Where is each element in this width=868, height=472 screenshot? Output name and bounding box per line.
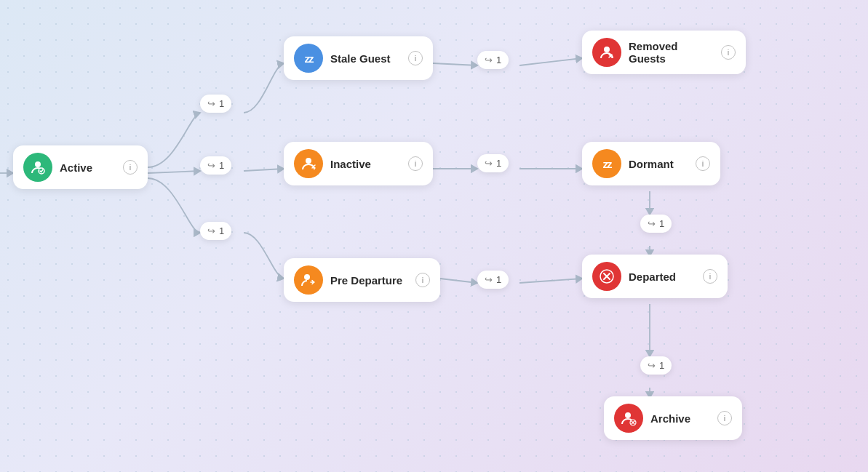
node-archive[interactable]: Archive i	[604, 396, 742, 440]
transition-icon: ↪	[207, 160, 215, 171]
removed-info[interactable]: i	[721, 45, 736, 60]
pill-dep-arch-count: 1	[659, 360, 664, 371]
transition-icon: ↪	[485, 158, 493, 169]
svg-point-3	[306, 158, 311, 164]
transition-icon: ↪	[648, 218, 656, 229]
active-label: Active	[60, 161, 116, 174]
pill-predep-count: 1	[496, 274, 501, 285]
pill-departed-archive[interactable]: ↪ 1	[640, 356, 672, 375]
pill-predep-departed[interactable]: ↪ 1	[477, 271, 509, 289]
svg-point-5	[604, 47, 610, 52]
node-dormant[interactable]: zz Dormant i	[582, 142, 720, 185]
pill-dorm-dep-count: 1	[659, 218, 664, 229]
pill-dormant-departed[interactable]: ↪ 1	[640, 215, 672, 233]
pill-top-count: 1	[219, 98, 224, 109]
dormant-info[interactable]: i	[696, 156, 710, 171]
transition-icon: ↪	[485, 55, 493, 65]
inactive-label: Inactive	[330, 158, 401, 170]
pre-dep-icon	[294, 265, 323, 295]
node-removed-guests[interactable]: Removed Guests i	[582, 31, 746, 74]
pill-active-bot[interactable]: ↪ 1	[200, 222, 231, 240]
departed-info[interactable]: i	[703, 269, 717, 284]
removed-label: Removed Guests	[629, 40, 714, 65]
pill-active-top[interactable]: ↪ 1	[200, 95, 231, 113]
svg-point-4	[304, 274, 310, 280]
transition-icon: ↪	[207, 225, 215, 236]
stale-info[interactable]: i	[408, 51, 423, 65]
active-icon	[23, 153, 52, 182]
active-info[interactable]: i	[123, 160, 138, 175]
workflow-canvas: Active i zz Stale Guest i Inactive i	[0, 0, 868, 472]
pill-mid-count: 1	[219, 160, 224, 171]
inactive-icon	[294, 149, 323, 178]
pre-dep-info[interactable]: i	[415, 273, 430, 287]
archive-icon	[614, 404, 643, 433]
pre-dep-label: Pre Departure	[330, 274, 408, 287]
pill-bot-count: 1	[219, 225, 224, 236]
transition-icon: ↪	[648, 360, 656, 371]
dormant-icon: zz	[592, 149, 621, 178]
departed-icon	[592, 262, 621, 291]
pill-active-mid[interactable]: ↪ 1	[200, 156, 231, 175]
removed-icon	[592, 38, 621, 67]
node-departed[interactable]: Departed i	[582, 255, 728, 298]
stale-icon: zz	[294, 44, 323, 73]
pill-inact-count: 1	[496, 158, 501, 169]
pill-stale-removed[interactable]: ↪ 1	[477, 51, 509, 69]
pill-inactive-dormant[interactable]: ↪ 1	[477, 154, 509, 172]
archive-info[interactable]: i	[717, 411, 732, 425]
departed-label: Departed	[629, 271, 696, 283]
transition-icon: ↪	[485, 274, 493, 285]
pill-stale-rm-count: 1	[496, 55, 501, 65]
inactive-info[interactable]: i	[408, 156, 423, 171]
dormant-label: Dormant	[629, 158, 688, 170]
transition-icon: ↪	[207, 98, 215, 109]
node-active[interactable]: Active i	[13, 145, 148, 189]
node-stale-guest[interactable]: zz Stale Guest i	[284, 36, 433, 80]
node-pre-departure[interactable]: Pre Departure i	[284, 258, 440, 302]
stale-label: Stale Guest	[330, 52, 401, 65]
svg-point-1	[35, 161, 41, 167]
node-inactive[interactable]: Inactive i	[284, 142, 433, 185]
archive-label: Archive	[650, 412, 710, 425]
svg-point-11	[625, 412, 631, 418]
